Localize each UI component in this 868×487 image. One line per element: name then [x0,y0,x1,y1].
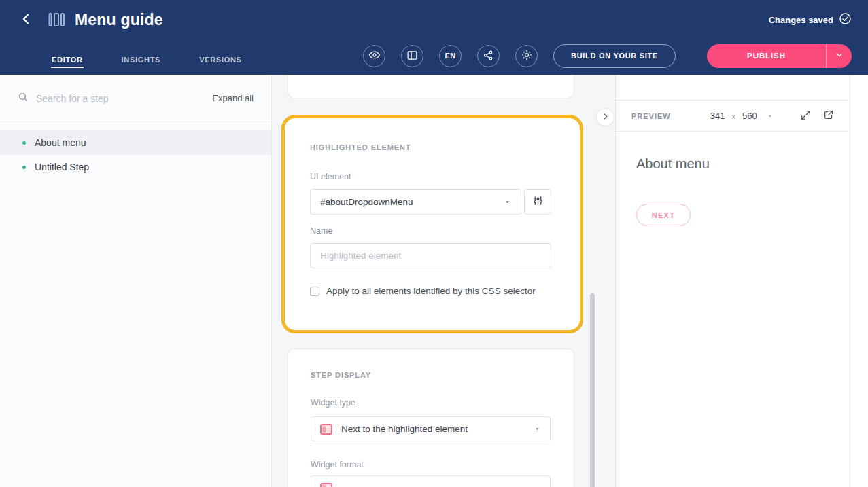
editor-scrollbar[interactable] [590,293,595,487]
preview-actions [800,109,834,123]
publish-button[interactable]: PUBLISH [707,44,826,68]
ui-element-row: #aboutDropdownMenu [310,189,551,215]
share-icon [483,50,494,62]
chevron-left-icon [19,12,34,29]
back-button[interactable] [16,10,37,30]
highlighted-element-name-input[interactable] [310,243,551,268]
section-title-step-display: STEP DISPLAY [311,371,551,379]
step-item-label: About menu [35,137,86,148]
caret-down-icon [767,113,774,120]
header-top-row: Menu guide Changes saved [0,0,868,39]
layout-button[interactable] [401,45,423,67]
open-in-new-button[interactable] [823,109,834,122]
guide-logo-icon [48,12,65,28]
chevron-right-icon [601,112,610,123]
preview-panel: PREVIEW 341 x 560 About menu NEXT [615,75,850,487]
tab-versions[interactable]: VERSIONS [198,56,242,72]
gear-icon [521,49,533,62]
collapse-panel-button[interactable] [596,108,614,126]
step-dot-icon [22,166,26,169]
step-display-card: STEP DISPLAY Widget type Next to the hig… [288,348,574,487]
preview-size-separator: x [731,112,735,120]
widget-type-select[interactable]: Next to the highlighted element [311,416,551,441]
tab-insights[interactable]: INSIGHTS [121,56,162,72]
widget-type-icon [320,424,332,435]
publish-split-button: PUBLISH [707,44,852,68]
apply-all-row: Apply to all elements identified by this… [310,286,551,296]
apply-all-checkbox[interactable] [310,287,319,296]
preview-width-value: 341 [710,111,725,121]
section-title-highlighted-element: HIGHLIGHTED ELEMENT [310,143,551,151]
widget-type-label: Widget type [311,398,551,408]
open-in-new-icon [823,109,834,122]
share-button[interactable] [477,45,500,67]
next-button[interactable]: NEXT [636,204,691,226]
page-title: Menu guide [75,11,163,29]
main-tabs: EDITOR INSIGHTS VERSIONS [51,39,243,72]
eye-icon [368,49,381,62]
preview-size-dropdown[interactable]: 341 x 560 [710,111,774,121]
preview-eye-button[interactable] [363,45,385,67]
caret-down-icon [534,425,541,433]
ui-element-label: UI element [310,172,551,182]
publish-dropdown-button[interactable] [826,44,852,68]
header-bottom-row: EDITOR INSIGHTS VERSIONS EN [0,39,868,72]
step-dot-icon [22,141,26,145]
widget-format-icon [320,483,332,487]
changes-saved-status: Changes saved [769,12,852,27]
preview-title: PREVIEW [631,112,671,120]
widget-format-select[interactable] [311,475,551,487]
check-circle-icon [839,12,852,27]
selector-settings-button[interactable] [524,189,551,215]
preview-height-value: 560 [742,111,757,121]
widget-type-value: Next to the highlighted element [341,424,468,434]
expand-icon [800,109,812,123]
build-on-your-site-button[interactable]: BUILD ON YOUR SITE [553,44,676,68]
name-label: Name [310,226,551,236]
preview-header: PREVIEW 341 x 560 [616,100,850,132]
step-item-label: Untitled Step [35,162,89,173]
app-header: Menu guide Changes saved EDITOR INSIGHTS… [0,0,868,75]
step-list: About menu Untitled Step [0,122,271,179]
apply-all-label: Apply to all elements identified by this… [326,286,536,296]
step-item-about-menu[interactable]: About menu [0,130,271,155]
settings-button[interactable] [515,45,538,67]
highlighted-element-card: HIGHLIGHTED ELEMENT UI element #aboutDro… [281,115,583,333]
step-item-untitled-step[interactable]: Untitled Step [0,155,271,179]
search-icon [18,92,29,105]
sliders-icon [532,195,544,209]
ui-element-select[interactable]: #aboutDropdownMenu [310,189,521,215]
search-step-input[interactable] [36,93,205,104]
header-actions: EN BUILD ON YOUR SITE PUBLISH [363,44,852,68]
chevron-down-icon [835,51,844,61]
expand-all-button[interactable]: Expand all [212,93,254,103]
layout-panel-icon [406,50,418,62]
caret-down-icon [504,198,511,206]
preview-step-title: About menu [636,156,850,172]
widget-format-label: Widget format [311,460,551,470]
sidebar-search-row: Expand all [0,75,271,122]
language-button[interactable]: EN [439,45,462,67]
scrolled-card-partial [288,75,574,98]
editor-main-area: HIGHLIGHTED ELEMENT UI element #aboutDro… [272,75,615,487]
tab-editor[interactable]: EDITOR [51,56,84,72]
expand-preview-button[interactable] [800,109,812,123]
steps-sidebar: Expand all About menu Untitled Step [0,75,272,487]
ui-element-value: #aboutDropdownMenu [320,197,413,207]
changes-saved-text: Changes saved [769,15,833,25]
